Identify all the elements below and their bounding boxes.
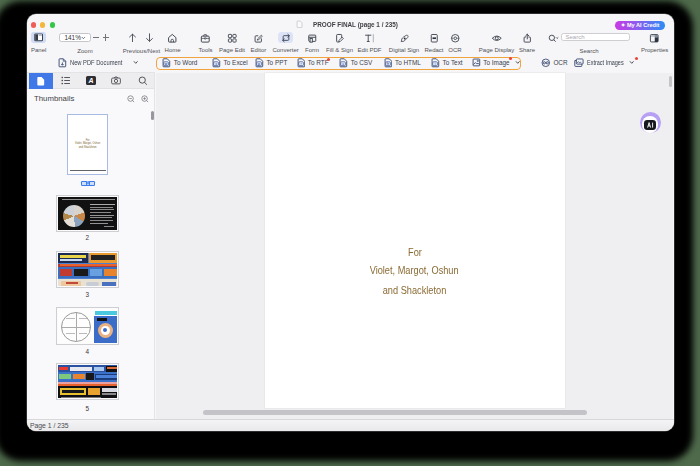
- svg-text:c: c: [343, 62, 345, 66]
- svg-text:t: t: [435, 62, 436, 66]
- svg-text:h: h: [387, 62, 389, 66]
- svg-text:p: p: [258, 62, 260, 66]
- svg-text:w: w: [164, 62, 168, 66]
- svg-text:x: x: [215, 62, 217, 66]
